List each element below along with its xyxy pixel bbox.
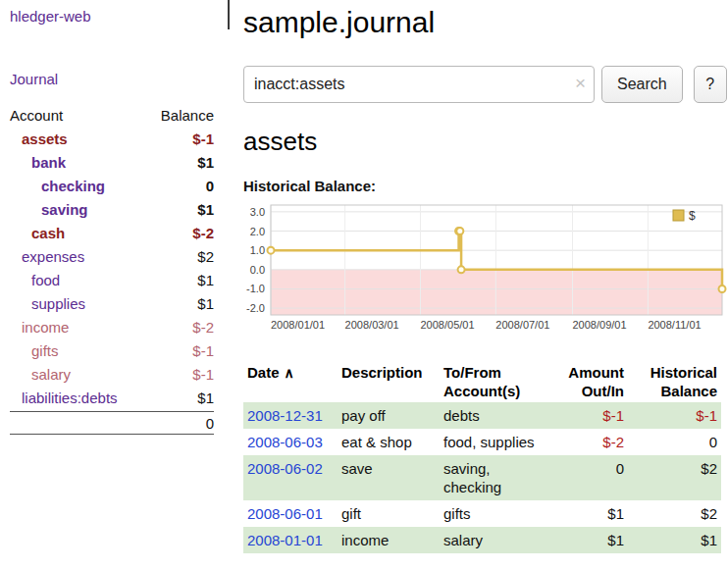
account-row: assets $-1 [10, 128, 214, 151]
account-row: cash $-2 [10, 222, 214, 245]
sidebar-account-expenses[interactable]: expenses [22, 245, 84, 269]
account-row: supplies $1 [10, 292, 214, 316]
svg-text:2008/03/01: 2008/03/01 [345, 319, 399, 331]
register-accounts: saving, checking [440, 455, 547, 500]
account-balance: $-1 [192, 339, 214, 363]
register-amount: $-1 [547, 402, 628, 429]
search-bar: × Search ? [243, 66, 728, 103]
account-heading: assets [243, 127, 728, 157]
register-date-link[interactable]: 2008-06-02 [247, 460, 323, 477]
register-description: income [338, 527, 440, 553]
register-balance: 0 [628, 429, 721, 455]
register-row[interactable]: 2008-06-03 eat & shop food, supplies $-2… [243, 429, 721, 455]
svg-text:1.0: 1.0 [250, 244, 265, 256]
svg-text:0.0: 0.0 [250, 264, 265, 276]
sidebar-account-supplies[interactable]: supplies [31, 292, 85, 316]
register-accounts: food, supplies [440, 429, 547, 455]
sidebar-account-food[interactable]: food [31, 269, 60, 292]
account-column-header: Account [10, 104, 63, 128]
register-description: gift [338, 500, 440, 527]
sidebar-item-journal[interactable]: Journal [10, 71, 235, 87]
balance-column-header: Balance [161, 104, 214, 128]
account-row: food $1 [10, 269, 214, 292]
search-button[interactable]: Search [601, 66, 683, 103]
register-description: save [338, 455, 440, 500]
amount-column-header: Amount Out/In [547, 361, 628, 402]
register-date-link[interactable]: 2008-12-31 [247, 407, 323, 424]
register-description: pay off [338, 402, 440, 429]
register-header-row: Date∧ Description To/From Account(s) Amo… [243, 361, 721, 402]
account-balance: $1 [197, 292, 214, 316]
sidebar-divider [228, 0, 230, 29]
svg-text:-1.0: -1.0 [246, 283, 265, 294]
search-input[interactable] [243, 66, 595, 103]
account-row: income $-2 [10, 316, 214, 339]
balance-column-header: Historical Balance [628, 361, 721, 402]
register-amount: $1 [547, 527, 628, 553]
accounts-table-header: Account Balance [10, 104, 214, 128]
account-balance: $-1 [192, 128, 214, 151]
description-column-header: Description [338, 361, 440, 402]
register-balance: $2 [628, 455, 721, 500]
account-row: gifts $-1 [10, 339, 214, 363]
register-accounts: salary [440, 527, 547, 553]
date-column-header[interactable]: Date∧ [243, 361, 338, 402]
accounts-total: 0 [10, 411, 214, 435]
clear-search-icon[interactable]: × [575, 74, 586, 93]
register-row[interactable]: 2008-06-02 save saving, checking 0 $2 [243, 455, 721, 500]
historical-balance-chart: 3.02.01.00.0-1.0-2.02008/01/012008/03/01… [243, 201, 728, 335]
register-accounts: gifts [440, 500, 547, 527]
svg-text:$: $ [689, 209, 696, 223]
account-balance: $-2 [192, 316, 214, 339]
register-balance: $1 [628, 527, 721, 553]
sidebar-account-liabilities-debts[interactable]: liabilities:debts [22, 387, 118, 410]
main-content: sample.journal × Search ? assets Histori… [243, 0, 728, 553]
account-row: liabilities:debts $1 [10, 387, 214, 410]
accounts-table: Account Balance assets $-1 bank $1 check… [10, 104, 214, 435]
register-accounts: debts [440, 402, 547, 429]
chart-heading: Historical Balance: [243, 178, 728, 194]
svg-text:2008/01/01: 2008/01/01 [271, 319, 325, 331]
register-balance: $-1 [628, 402, 721, 429]
account-balance: $-1 [192, 363, 214, 387]
account-row: expenses $2 [10, 245, 214, 269]
account-balance: $-2 [192, 222, 214, 245]
accounts-total-value: 0 [206, 415, 214, 432]
account-balance: $1 [197, 387, 214, 410]
register-date-link[interactable]: 2008-06-01 [247, 505, 323, 522]
account-balance: $1 [197, 151, 214, 175]
sidebar-account-salary[interactable]: salary [31, 363, 71, 387]
register-amount: $-2 [547, 429, 628, 455]
register-row[interactable]: 2008-12-31 pay off debts $-1 $-1 [243, 402, 721, 429]
account-balance: $1 [197, 269, 214, 292]
account-balance: $1 [197, 198, 214, 222]
register-balance: $2 [628, 500, 721, 527]
register-amount: 0 [547, 455, 628, 500]
register-description: eat & shop [338, 429, 440, 455]
register-date-link[interactable]: 2008-06-03 [247, 434, 323, 450]
sidebar-account-bank[interactable]: bank [31, 151, 66, 175]
sidebar-account-assets[interactable]: assets [22, 128, 68, 151]
app-title-link[interactable]: hledger-web [10, 8, 235, 25]
sidebar: hledger-web Journal Account Balance asse… [0, 0, 235, 435]
register-row[interactable]: 2008-01-01 income salary $1 $1 [243, 527, 721, 553]
sidebar-account-gifts[interactable]: gifts [31, 339, 59, 363]
svg-text:-2.0: -2.0 [246, 302, 265, 314]
help-button[interactable]: ? [694, 66, 727, 103]
svg-text:2008/11/01: 2008/11/01 [648, 319, 701, 331]
account-row: saving $1 [10, 198, 214, 222]
register-row[interactable]: 2008-06-01 gift gifts $1 $2 [243, 500, 721, 527]
account-balance: 0 [206, 175, 214, 198]
page-title: sample.journal [243, 6, 728, 39]
sort-ascending-icon[interactable]: ∧ [285, 365, 294, 381]
svg-text:2008/07/01: 2008/07/01 [495, 319, 549, 331]
sidebar-account-saving[interactable]: saving [41, 198, 88, 222]
sidebar-account-checking[interactable]: checking [41, 175, 105, 198]
sidebar-account-cash[interactable]: cash [31, 222, 65, 245]
register-amount: $1 [547, 500, 628, 527]
account-row: checking 0 [10, 175, 214, 198]
svg-text:2008/09/01: 2008/09/01 [573, 319, 627, 331]
sidebar-account-income[interactable]: income [22, 316, 69, 339]
register-date-link[interactable]: 2008-01-01 [247, 532, 323, 548]
svg-text:2008/05/01: 2008/05/01 [420, 319, 474, 331]
